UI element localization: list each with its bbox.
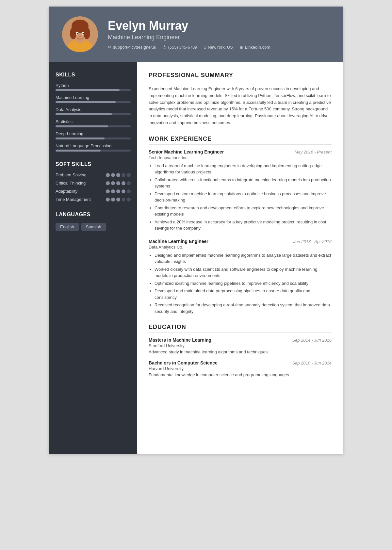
- skill-item: Data Analysis: [56, 107, 131, 115]
- job-bullets: Lead a team of machine learning engineer…: [149, 163, 332, 232]
- soft-skill-name: Problem Solving: [56, 172, 87, 177]
- skills-list: Python Machine Learning Data Analysis St…: [56, 83, 131, 152]
- skill-bar-bg: [56, 113, 131, 115]
- skill-bar-fill: [56, 89, 120, 91]
- bullet: Designed and implemented machine learnin…: [155, 252, 332, 265]
- header-name: Evelyn Murray: [108, 19, 330, 33]
- job-header: Machine Learning Engineer Jun 2013 - Apr…: [149, 239, 332, 244]
- dot-empty: [127, 198, 131, 202]
- soft-skill-name: Critical Thinking: [56, 181, 86, 186]
- summary-section: PROFESSIONAL SUMMARY Experienced Machine…: [149, 72, 332, 126]
- skills-section-title: SKILLS: [56, 72, 131, 78]
- job-company: Data Analytics Co.: [149, 245, 332, 250]
- header-contacts: ✉ support@cvdesigner.ai ✆ (555) 345-6789…: [108, 45, 330, 50]
- contact-phone: ✆ (555) 345-6789: [163, 45, 197, 50]
- dot-filled: [122, 181, 125, 185]
- education-list: Masters in Machine Learning Sep 2014 - J…: [149, 337, 332, 377]
- dot-filled: [111, 189, 115, 193]
- skill-bar-bg: [56, 101, 131, 103]
- email-value: support@cvdesigner.ai: [113, 45, 156, 50]
- soft-skill-item: Critical Thinking: [56, 181, 131, 186]
- skill-bar-fill: [56, 125, 108, 127]
- dot-empty: [127, 173, 131, 177]
- dot-filled: [122, 189, 125, 193]
- soft-skill-item: Problem Solving: [56, 172, 131, 177]
- dot-filled: [116, 189, 120, 193]
- svg-point-10: [83, 33, 84, 35]
- job-title: Senior Machine Learning Engineer: [149, 149, 224, 154]
- skill-bar-bg: [56, 125, 131, 127]
- edu-header: Bachelors in Computer Science Sep 2010 -…: [149, 360, 332, 365]
- dot-filled: [106, 189, 110, 193]
- skill-item: Machine Learning: [56, 95, 131, 103]
- bullet: Developed and maintained data preprocess…: [155, 288, 332, 300]
- resume-container: Evelyn Murray Machine Learning Engineer …: [49, 7, 343, 454]
- skill-bar-bg: [56, 138, 131, 139]
- dots: [106, 189, 131, 193]
- work-title: WORK EXPERIENCE: [149, 136, 332, 145]
- job-item: Senior Machine Learning Engineer May 201…: [149, 149, 332, 232]
- education-item: Bachelors in Computer Science Sep 2010 -…: [149, 360, 332, 377]
- edu-school: Harvard University: [149, 366, 332, 371]
- dot-empty: [122, 173, 125, 177]
- location-value: NewYork, US: [208, 45, 233, 50]
- summary-text: Experienced Machine Learning Engineer wi…: [149, 86, 332, 126]
- language-tag: Spanish: [81, 223, 106, 231]
- header-section: Evelyn Murray Machine Learning Engineer …: [49, 7, 343, 62]
- skill-name: Statistics: [56, 119, 131, 124]
- skill-name: Data Analysis: [56, 107, 131, 112]
- edu-desc: Fundamental knowledge in computer scienc…: [149, 372, 332, 377]
- skill-name: Machine Learning: [56, 95, 131, 100]
- edu-header: Masters in Machine Learning Sep 2014 - J…: [149, 337, 332, 343]
- edu-desc: Advanced study in machine learning algor…: [149, 349, 332, 354]
- email-icon: ✉: [108, 45, 111, 50]
- svg-point-11: [79, 36, 81, 37]
- skill-bar-fill: [56, 101, 116, 103]
- dot-filled: [111, 173, 115, 177]
- sidebar: SKILLS Python Machine Learning Data Anal…: [49, 62, 137, 454]
- summary-title: PROFESSIONAL SUMMARY: [149, 72, 332, 81]
- main-content: PROFESSIONAL SUMMARY Experienced Machine…: [137, 62, 343, 454]
- dots: [106, 173, 131, 177]
- header-title: Machine Learning Engineer: [108, 34, 330, 41]
- soft-skills-list: Problem SolvingCritical ThinkingAdaptabi…: [56, 172, 131, 202]
- dots: [106, 181, 131, 185]
- skill-bar-fill: [56, 113, 112, 115]
- dot-filled: [111, 198, 115, 202]
- soft-skill-name: Time Management: [56, 197, 91, 202]
- edu-date: Sep 2014 - Jun 2016: [292, 338, 332, 343]
- dot-filled: [106, 181, 110, 185]
- header-info: Evelyn Murray Machine Learning Engineer …: [108, 19, 330, 50]
- bullet: Achieved a 20% increase in accuracy for …: [155, 219, 332, 232]
- bullet: Collaborated with cross-functional teams…: [155, 177, 332, 189]
- skill-name: Python: [56, 83, 131, 88]
- dot-empty: [127, 181, 131, 185]
- skill-item: Python: [56, 83, 131, 91]
- job-title: Machine Learning Engineer: [149, 239, 208, 244]
- job-bullets: Designed and implemented machine learnin…: [149, 252, 332, 315]
- soft-skill-item: Time Management: [56, 197, 131, 202]
- bullet: Worked closely with data scientists and …: [155, 266, 332, 279]
- dot-empty: [122, 198, 125, 202]
- language-tag: English: [56, 223, 79, 231]
- contact-linkedin: ▣ LinkedIn.com: [239, 45, 270, 50]
- edu-degree: Bachelors in Computer Science: [149, 360, 218, 365]
- job-date: May 2016 - Present: [295, 150, 332, 154]
- soft-skill-item: Adaptability: [56, 189, 131, 194]
- job-date: Jun 2013 - Apr 2016: [293, 239, 332, 244]
- contact-email: ✉ support@cvdesigner.ai: [108, 45, 156, 50]
- bullet: Optimized existing machine learning pipe…: [155, 280, 332, 287]
- skill-bar-bg: [56, 150, 131, 152]
- languages-section-title: LANGUAGES: [56, 212, 131, 218]
- dots: [106, 198, 131, 202]
- contact-location: ⌂ NewYork, US: [204, 45, 233, 50]
- bullet: Lead a team of machine learning engineer…: [155, 163, 332, 175]
- education-item: Masters in Machine Learning Sep 2014 - J…: [149, 337, 332, 354]
- dot-filled: [111, 181, 115, 185]
- edu-degree: Masters in Machine Learning: [149, 337, 211, 343]
- edu-school: Stanford University: [149, 343, 332, 348]
- svg-point-6: [84, 27, 90, 39]
- dot-filled: [116, 198, 120, 202]
- languages-list: EnglishSpanish: [56, 223, 131, 231]
- education-title: EDUCATION: [149, 324, 332, 333]
